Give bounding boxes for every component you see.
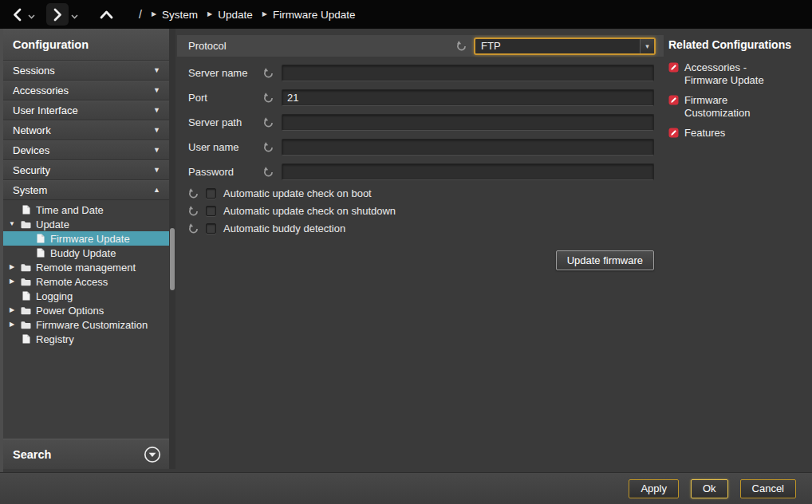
folder-icon bbox=[21, 306, 31, 315]
sidebar-category-user-interface[interactable]: User Interface ▼ bbox=[3, 100, 169, 120]
search-expand-button[interactable] bbox=[144, 446, 161, 463]
expander-closed-icon[interactable]: ▶ bbox=[8, 264, 16, 270]
reset-parameter-icon[interactable] bbox=[456, 41, 467, 51]
reset-parameter-icon[interactable] bbox=[188, 223, 199, 234]
expander-closed-icon[interactable]: ▶ bbox=[8, 307, 16, 313]
user-name-input[interactable] bbox=[282, 139, 654, 156]
reset-parameter-icon[interactable] bbox=[263, 117, 274, 128]
tree-item-label: Power Options bbox=[36, 305, 104, 317]
expander-closed-icon[interactable]: ▶ bbox=[8, 321, 16, 328]
related-link-firmware-customization[interactable]: Firmware Customization bbox=[668, 94, 809, 120]
breadcrumb-item-firmware-update[interactable]: ▶ Firmware Update bbox=[262, 9, 356, 21]
ok-button[interactable]: Ok bbox=[691, 479, 728, 498]
category-label: System bbox=[13, 184, 47, 196]
up-button[interactable] bbox=[96, 4, 116, 25]
reset-parameter-icon[interactable] bbox=[263, 142, 274, 152]
back-button[interactable] bbox=[8, 4, 26, 25]
protocol-select[interactable]: FTP ▾ bbox=[474, 37, 656, 55]
configuration-sidebar: Configuration Sessions ▼ Accessories ▼ U… bbox=[3, 29, 169, 469]
back-history-dropdown[interactable] bbox=[26, 4, 37, 25]
tree-item-registry[interactable]: Registry bbox=[3, 332, 169, 346]
reset-parameter-icon[interactable] bbox=[188, 206, 199, 216]
chevron-down-small-icon bbox=[28, 14, 35, 19]
port-input[interactable] bbox=[282, 89, 654, 106]
field-row-port: Port bbox=[177, 85, 664, 110]
reset-parameter-icon[interactable] bbox=[263, 68, 274, 78]
reset-parameter-icon[interactable] bbox=[263, 93, 274, 103]
category-label: User Interface bbox=[13, 104, 78, 116]
forward-button[interactable] bbox=[46, 3, 69, 26]
server-path-input[interactable] bbox=[282, 114, 654, 131]
related-link-features[interactable]: Features bbox=[668, 127, 809, 140]
tree-item-remote-access[interactable]: ▶ Remote Access bbox=[3, 274, 169, 289]
file-icon bbox=[21, 334, 31, 344]
edit-icon bbox=[668, 128, 679, 140]
field-label: Server path bbox=[188, 116, 263, 128]
tree-item-label: Time and Date bbox=[36, 204, 104, 216]
tree-item-remote-management[interactable]: ▶ Remote management bbox=[3, 260, 169, 274]
tree-item-label: Buddy Update bbox=[50, 247, 116, 259]
tree-item-firmware-customization[interactable]: ▶ Firmware Customization bbox=[3, 317, 169, 332]
scrollbar-thumb[interactable] bbox=[170, 228, 175, 290]
tree-item-update[interactable]: ▼ Update bbox=[3, 217, 169, 231]
folder-icon bbox=[21, 220, 31, 229]
update-firmware-button[interactable]: Update firmware bbox=[556, 250, 654, 270]
sidebar-category-system[interactable]: System ▲ bbox=[3, 180, 169, 200]
field-row-password: Password bbox=[177, 159, 664, 184]
sidebar-category-sessions[interactable]: Sessions ▼ bbox=[3, 61, 169, 81]
field-label: User name bbox=[188, 141, 263, 153]
cancel-button[interactable]: Cancel bbox=[740, 479, 796, 498]
dropdown-arrow-icon[interactable]: ▾ bbox=[640, 39, 654, 53]
forward-history-dropdown[interactable] bbox=[69, 4, 80, 25]
file-icon bbox=[35, 234, 45, 243]
sidebar-category-devices[interactable]: Devices ▼ bbox=[3, 140, 169, 160]
protocol-label: Protocol bbox=[188, 40, 456, 52]
ftp-settings-form: Server name Port Server path User name P… bbox=[177, 61, 664, 184]
chevron-up-icon bbox=[100, 10, 113, 19]
chevron-down-icon: ▼ bbox=[153, 107, 160, 114]
sidebar-category-network[interactable]: Network ▼ bbox=[3, 120, 169, 140]
checkbox-automatic-buddy-detection[interactable] bbox=[206, 223, 216, 234]
server-name-input[interactable] bbox=[282, 65, 654, 81]
chevron-down-icon: ▼ bbox=[153, 147, 160, 154]
reset-parameter-icon[interactable] bbox=[263, 167, 274, 177]
breadcrumb-root: / bbox=[139, 8, 142, 21]
password-input[interactable] bbox=[282, 163, 654, 180]
field-row-user-name: User name bbox=[177, 135, 664, 159]
expander-open-icon[interactable]: ▼ bbox=[8, 221, 16, 227]
tree-item-label: Update bbox=[36, 219, 69, 230]
checkbox-automatic-update-check-on-shutdown[interactable] bbox=[206, 206, 216, 216]
sidebar-header: Configuration bbox=[3, 29, 169, 61]
search-label: Search bbox=[13, 448, 51, 461]
breadcrumb-item-update[interactable]: ▶ Update bbox=[207, 9, 253, 21]
sidebar-scrollbar[interactable] bbox=[169, 29, 175, 469]
related-link-label: Features bbox=[684, 127, 725, 140]
sidebar-category-accessories[interactable]: Accessories ▼ bbox=[3, 81, 169, 100]
tree-item-time-and-date[interactable]: Time and Date bbox=[3, 203, 169, 217]
check-row-buddy-detection: Automatic buddy detection bbox=[177, 219, 664, 237]
edit-icon bbox=[668, 62, 679, 87]
related-link-accessories-firmware-update[interactable]: Accessories - Firmware Update bbox=[668, 61, 809, 87]
tree-item-buddy-update[interactable]: Buddy Update bbox=[3, 246, 169, 260]
dialog-footer: Apply Ok Cancel bbox=[0, 472, 812, 504]
tree-item-label: Registry bbox=[36, 333, 74, 345]
checkbox-label: Automatic update check on shutdown bbox=[223, 205, 396, 217]
field-label: Password bbox=[188, 166, 263, 178]
sidebar-category-security[interactable]: Security ▼ bbox=[3, 160, 169, 180]
tree-item-logging[interactable]: Logging bbox=[3, 289, 169, 303]
breadcrumb-item-system[interactable]: ▶ System bbox=[152, 9, 198, 21]
checkbox-automatic-update-check-on-boot[interactable] bbox=[206, 188, 216, 199]
tree-item-firmware-update[interactable]: Firmware Update bbox=[3, 231, 169, 246]
chevron-down-icon: ▼ bbox=[153, 87, 160, 94]
category-label: Security bbox=[13, 164, 50, 176]
tree-item-label: Remote Access bbox=[36, 276, 108, 288]
navigation-toolbar: / ▶ System ▶ Update ▶ Firmware Update bbox=[0, 0, 812, 29]
tree-item-power-options[interactable]: ▶ Power Options bbox=[3, 303, 169, 317]
tree-item-label: Firmware Update bbox=[50, 233, 130, 245]
apply-button[interactable]: Apply bbox=[629, 479, 679, 498]
chevron-up-icon: ▲ bbox=[153, 187, 160, 194]
category-label: Devices bbox=[13, 144, 49, 156]
reset-parameter-icon[interactable] bbox=[188, 188, 199, 199]
folder-icon bbox=[21, 321, 31, 329]
expander-closed-icon[interactable]: ▶ bbox=[8, 278, 16, 285]
